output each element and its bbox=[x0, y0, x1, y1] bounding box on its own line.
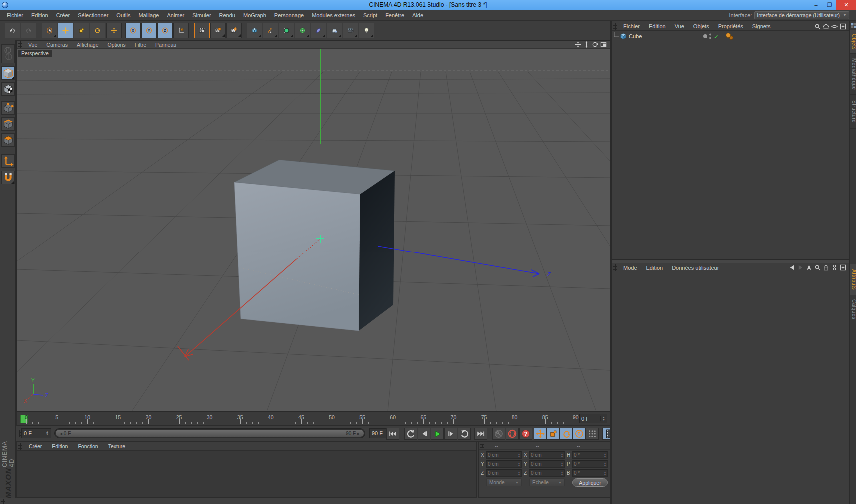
om-menu-objets[interactable]: Objets bbox=[689, 23, 714, 30]
size-x-input[interactable]: 0 cm▲▼ bbox=[529, 451, 565, 459]
points-mode-button[interactable] bbox=[1, 101, 15, 115]
tab-structure[interactable]: Structure bbox=[850, 95, 856, 129]
redo-button[interactable] bbox=[21, 23, 36, 38]
am-grip[interactable] bbox=[613, 264, 617, 271]
current-frame-input[interactable]: 0 F ▲▼ bbox=[21, 428, 51, 438]
light-button[interactable] bbox=[359, 23, 374, 38]
pan-icon[interactable] bbox=[575, 41, 581, 48]
visibility-toggles[interactable]: ✓ bbox=[702, 32, 722, 41]
goto-start-button[interactable] bbox=[386, 428, 399, 440]
next-key-button[interactable] bbox=[458, 428, 471, 440]
tab-attributs[interactable]: Attributs bbox=[850, 264, 856, 295]
lock-x-button[interactable]: X bbox=[125, 23, 141, 38]
vp-menu-vue[interactable]: Vue bbox=[24, 41, 42, 48]
viewport-perspective[interactable]: Z Y Z X Vue Caméras Affichage Options Fi… bbox=[16, 40, 610, 412]
cloner-button[interactable] bbox=[295, 23, 310, 38]
om-menu-vue[interactable]: Vue bbox=[670, 23, 689, 30]
orbit-icon[interactable] bbox=[592, 41, 598, 48]
menu-maillage[interactable]: Maillage bbox=[134, 11, 163, 20]
search-icon[interactable] bbox=[814, 264, 821, 271]
om-grip[interactable] bbox=[613, 23, 617, 30]
add-panel-icon[interactable] bbox=[840, 264, 846, 271]
snap-button[interactable] bbox=[1, 171, 15, 184]
rot-p-input[interactable]: 0 °▲▼ bbox=[572, 460, 608, 468]
edges-mode-button[interactable] bbox=[1, 117, 15, 131]
convert-selection-button[interactable] bbox=[1, 44, 15, 63]
live-selection-button[interactable] bbox=[42, 23, 57, 38]
am-menu-donnees[interactable]: Données utilisateur bbox=[667, 264, 723, 271]
attribute-content-empty[interactable] bbox=[612, 272, 849, 504]
record-objects-button[interactable] bbox=[506, 428, 519, 440]
history-forward-icon[interactable] bbox=[797, 264, 804, 271]
stepper-arrows[interactable]: ▲▼ bbox=[44, 431, 49, 436]
tab-calques[interactable]: Calques bbox=[850, 295, 856, 324]
menu-fichier[interactable]: Fichier bbox=[3, 11, 27, 20]
viewport-menu-grip[interactable] bbox=[18, 41, 22, 48]
menu-creer[interactable]: Créer bbox=[52, 11, 74, 20]
object-list[interactable]: Cube ✓ bbox=[612, 31, 849, 259]
timeline-ruler[interactable]: 051015202530354045505560657075808590 0 F… bbox=[16, 412, 610, 426]
subdivision-surface-button[interactable] bbox=[279, 23, 294, 38]
size-z-input[interactable]: 0 cm▲▼ bbox=[529, 469, 565, 477]
vp-menu-filtre[interactable]: Filtre bbox=[130, 41, 151, 48]
render-view-button[interactable] bbox=[194, 23, 210, 38]
vp-menu-panneau[interactable]: Panneau bbox=[151, 41, 181, 48]
object-row-cube[interactable]: Cube ✓ bbox=[612, 31, 849, 41]
model-mode-button[interactable] bbox=[1, 66, 15, 80]
lock-z-button[interactable]: Z bbox=[157, 23, 173, 38]
pos-z-input[interactable]: 0 cm▲▼ bbox=[486, 469, 522, 477]
preview-range-slider[interactable]: ◂ 0 F 90 F ▸ bbox=[54, 428, 365, 438]
link-dots-icon[interactable] bbox=[831, 264, 838, 271]
key-parameter-button[interactable]: P bbox=[573, 428, 586, 440]
phong-tag-icon[interactable] bbox=[724, 32, 737, 41]
coordinate-system-button[interactable] bbox=[173, 23, 189, 38]
goto-end-button[interactable] bbox=[474, 428, 487, 440]
mat-menu-texture[interactable]: Texture bbox=[103, 443, 130, 450]
history-back-icon[interactable] bbox=[789, 264, 795, 271]
mat-menu-creer[interactable]: Créer bbox=[24, 443, 47, 450]
menu-personnage[interactable]: Personnage bbox=[270, 11, 308, 20]
menu-edition[interactable]: Edition bbox=[27, 11, 52, 20]
apply-button[interactable]: Appliquer bbox=[572, 478, 608, 487]
play-button[interactable] bbox=[431, 428, 444, 440]
pos-x-input[interactable]: 0 cm▲▼ bbox=[486, 451, 522, 459]
prev-frame-button[interactable] bbox=[418, 428, 430, 440]
search-icon[interactable] bbox=[814, 23, 821, 30]
object-name[interactable]: Cube bbox=[627, 33, 642, 39]
vp-menu-options[interactable]: Options bbox=[103, 41, 130, 48]
key-rotation-button[interactable] bbox=[560, 428, 573, 440]
menu-outils[interactable]: Outils bbox=[112, 11, 134, 20]
axis-mode-button[interactable] bbox=[1, 154, 15, 168]
om-menu-edition[interactable]: Edition bbox=[644, 23, 670, 30]
interface-select[interactable]: Interface de démarrage (Utilisateur)▼ bbox=[754, 11, 849, 19]
restore-button[interactable]: ❐ bbox=[823, 0, 836, 10]
om-menu-proprietes[interactable]: Propriétés bbox=[714, 23, 748, 30]
cube-object[interactable] bbox=[234, 160, 395, 331]
cube-primitive-button[interactable] bbox=[247, 23, 262, 38]
tab-objets[interactable]: Objets bbox=[850, 30, 856, 54]
minimize-button[interactable]: – bbox=[809, 0, 823, 10]
render-settings-button[interactable] bbox=[226, 23, 242, 38]
size-y-input[interactable]: 0 cm▲▼ bbox=[529, 460, 565, 468]
am-menu-edition[interactable]: Edition bbox=[642, 264, 668, 271]
texture-mode-button[interactable] bbox=[1, 82, 15, 96]
material-menu-grip[interactable] bbox=[18, 443, 22, 450]
rot-h-input[interactable]: 0 °▲▼ bbox=[572, 451, 608, 459]
coords-system-dropdown[interactable]: Monde▼ bbox=[486, 478, 522, 486]
am-menu-mode[interactable]: Mode bbox=[619, 264, 642, 271]
home-icon[interactable] bbox=[823, 23, 829, 30]
camera-button[interactable] bbox=[343, 23, 358, 38]
rot-b-input[interactable]: 0 °▲▼ bbox=[572, 469, 608, 477]
add-panel-icon[interactable] bbox=[840, 23, 846, 30]
lock-icon[interactable] bbox=[823, 264, 829, 271]
menu-rendu[interactable]: Rendu bbox=[215, 11, 239, 20]
render-region-button[interactable] bbox=[210, 23, 226, 38]
menu-fenetre[interactable]: Fenêtre bbox=[381, 11, 408, 20]
scale-tool-button[interactable] bbox=[74, 23, 89, 38]
menu-simuler[interactable]: Simuler bbox=[188, 11, 215, 20]
panel-splitter[interactable] bbox=[612, 259, 849, 263]
key-pla-button[interactable] bbox=[586, 428, 599, 440]
size-mode-dropdown[interactable]: Echelle▼ bbox=[529, 478, 565, 486]
last-tool-button[interactable] bbox=[106, 23, 122, 38]
floor-button[interactable] bbox=[327, 23, 342, 38]
